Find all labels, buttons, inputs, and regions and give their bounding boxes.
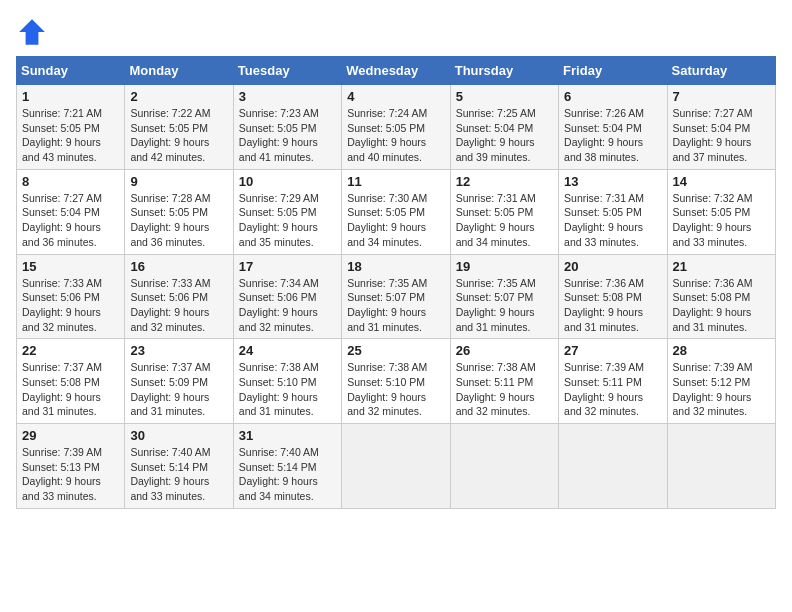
day-number: 2 xyxy=(130,89,227,104)
calendar-cell: 6Sunrise: 7:26 AMSunset: 5:04 PMDaylight… xyxy=(559,85,667,170)
day-number: 21 xyxy=(673,259,770,274)
weekday-header: Wednesday xyxy=(342,57,450,85)
day-number: 30 xyxy=(130,428,227,443)
day-info: Sunrise: 7:35 AMSunset: 5:07 PMDaylight:… xyxy=(456,276,553,335)
day-info: Sunrise: 7:40 AMSunset: 5:14 PMDaylight:… xyxy=(239,445,336,504)
day-number: 18 xyxy=(347,259,444,274)
day-number: 14 xyxy=(673,174,770,189)
day-number: 13 xyxy=(564,174,661,189)
calendar-cell: 21Sunrise: 7:36 AMSunset: 5:08 PMDayligh… xyxy=(667,254,775,339)
day-number: 6 xyxy=(564,89,661,104)
calendar-cell: 25Sunrise: 7:38 AMSunset: 5:10 PMDayligh… xyxy=(342,339,450,424)
day-info: Sunrise: 7:32 AMSunset: 5:05 PMDaylight:… xyxy=(673,191,770,250)
calendar-cell xyxy=(667,424,775,509)
day-number: 16 xyxy=(130,259,227,274)
day-number: 20 xyxy=(564,259,661,274)
calendar-week-row: 1Sunrise: 7:21 AMSunset: 5:05 PMDaylight… xyxy=(17,85,776,170)
day-info: Sunrise: 7:38 AMSunset: 5:10 PMDaylight:… xyxy=(347,360,444,419)
calendar-cell: 5Sunrise: 7:25 AMSunset: 5:04 PMDaylight… xyxy=(450,85,558,170)
day-info: Sunrise: 7:37 AMSunset: 5:08 PMDaylight:… xyxy=(22,360,119,419)
day-info: Sunrise: 7:29 AMSunset: 5:05 PMDaylight:… xyxy=(239,191,336,250)
day-number: 11 xyxy=(347,174,444,189)
day-info: Sunrise: 7:33 AMSunset: 5:06 PMDaylight:… xyxy=(22,276,119,335)
day-info: Sunrise: 7:22 AMSunset: 5:05 PMDaylight:… xyxy=(130,106,227,165)
calendar-cell: 31Sunrise: 7:40 AMSunset: 5:14 PMDayligh… xyxy=(233,424,341,509)
day-info: Sunrise: 7:37 AMSunset: 5:09 PMDaylight:… xyxy=(130,360,227,419)
day-number: 24 xyxy=(239,343,336,358)
svg-marker-0 xyxy=(19,19,45,45)
weekday-header: Sunday xyxy=(17,57,125,85)
day-info: Sunrise: 7:35 AMSunset: 5:07 PMDaylight:… xyxy=(347,276,444,335)
calendar-cell: 27Sunrise: 7:39 AMSunset: 5:11 PMDayligh… xyxy=(559,339,667,424)
day-info: Sunrise: 7:21 AMSunset: 5:05 PMDaylight:… xyxy=(22,106,119,165)
day-info: Sunrise: 7:33 AMSunset: 5:06 PMDaylight:… xyxy=(130,276,227,335)
day-number: 31 xyxy=(239,428,336,443)
calendar-cell: 8Sunrise: 7:27 AMSunset: 5:04 PMDaylight… xyxy=(17,169,125,254)
day-info: Sunrise: 7:27 AMSunset: 5:04 PMDaylight:… xyxy=(22,191,119,250)
calendar-cell: 13Sunrise: 7:31 AMSunset: 5:05 PMDayligh… xyxy=(559,169,667,254)
day-info: Sunrise: 7:24 AMSunset: 5:05 PMDaylight:… xyxy=(347,106,444,165)
calendar-cell: 14Sunrise: 7:32 AMSunset: 5:05 PMDayligh… xyxy=(667,169,775,254)
day-number: 7 xyxy=(673,89,770,104)
day-number: 28 xyxy=(673,343,770,358)
calendar-cell: 28Sunrise: 7:39 AMSunset: 5:12 PMDayligh… xyxy=(667,339,775,424)
day-info: Sunrise: 7:28 AMSunset: 5:05 PMDaylight:… xyxy=(130,191,227,250)
weekday-header: Monday xyxy=(125,57,233,85)
calendar-cell: 10Sunrise: 7:29 AMSunset: 5:05 PMDayligh… xyxy=(233,169,341,254)
day-number: 5 xyxy=(456,89,553,104)
day-info: Sunrise: 7:26 AMSunset: 5:04 PMDaylight:… xyxy=(564,106,661,165)
day-number: 15 xyxy=(22,259,119,274)
day-info: Sunrise: 7:25 AMSunset: 5:04 PMDaylight:… xyxy=(456,106,553,165)
day-number: 23 xyxy=(130,343,227,358)
calendar-cell: 11Sunrise: 7:30 AMSunset: 5:05 PMDayligh… xyxy=(342,169,450,254)
weekday-header: Tuesday xyxy=(233,57,341,85)
calendar-cell: 9Sunrise: 7:28 AMSunset: 5:05 PMDaylight… xyxy=(125,169,233,254)
calendar-cell: 22Sunrise: 7:37 AMSunset: 5:08 PMDayligh… xyxy=(17,339,125,424)
calendar-cell: 15Sunrise: 7:33 AMSunset: 5:06 PMDayligh… xyxy=(17,254,125,339)
day-info: Sunrise: 7:36 AMSunset: 5:08 PMDaylight:… xyxy=(673,276,770,335)
day-number: 29 xyxy=(22,428,119,443)
calendar-table: SundayMondayTuesdayWednesdayThursdayFrid… xyxy=(16,56,776,509)
day-info: Sunrise: 7:38 AMSunset: 5:10 PMDaylight:… xyxy=(239,360,336,419)
day-info: Sunrise: 7:27 AMSunset: 5:04 PMDaylight:… xyxy=(673,106,770,165)
day-info: Sunrise: 7:30 AMSunset: 5:05 PMDaylight:… xyxy=(347,191,444,250)
day-number: 10 xyxy=(239,174,336,189)
day-number: 25 xyxy=(347,343,444,358)
calendar-week-row: 22Sunrise: 7:37 AMSunset: 5:08 PMDayligh… xyxy=(17,339,776,424)
day-number: 1 xyxy=(22,89,119,104)
calendar-cell xyxy=(450,424,558,509)
day-number: 27 xyxy=(564,343,661,358)
day-info: Sunrise: 7:39 AMSunset: 5:13 PMDaylight:… xyxy=(22,445,119,504)
day-number: 3 xyxy=(239,89,336,104)
calendar-cell: 23Sunrise: 7:37 AMSunset: 5:09 PMDayligh… xyxy=(125,339,233,424)
calendar-cell: 17Sunrise: 7:34 AMSunset: 5:06 PMDayligh… xyxy=(233,254,341,339)
day-info: Sunrise: 7:39 AMSunset: 5:11 PMDaylight:… xyxy=(564,360,661,419)
calendar-cell: 26Sunrise: 7:38 AMSunset: 5:11 PMDayligh… xyxy=(450,339,558,424)
day-info: Sunrise: 7:34 AMSunset: 5:06 PMDaylight:… xyxy=(239,276,336,335)
day-info: Sunrise: 7:39 AMSunset: 5:12 PMDaylight:… xyxy=(673,360,770,419)
day-number: 22 xyxy=(22,343,119,358)
day-number: 9 xyxy=(130,174,227,189)
calendar-cell: 18Sunrise: 7:35 AMSunset: 5:07 PMDayligh… xyxy=(342,254,450,339)
day-number: 8 xyxy=(22,174,119,189)
logo-icon xyxy=(16,16,48,48)
day-info: Sunrise: 7:38 AMSunset: 5:11 PMDaylight:… xyxy=(456,360,553,419)
calendar-cell: 4Sunrise: 7:24 AMSunset: 5:05 PMDaylight… xyxy=(342,85,450,170)
day-info: Sunrise: 7:31 AMSunset: 5:05 PMDaylight:… xyxy=(564,191,661,250)
day-info: Sunrise: 7:31 AMSunset: 5:05 PMDaylight:… xyxy=(456,191,553,250)
day-info: Sunrise: 7:23 AMSunset: 5:05 PMDaylight:… xyxy=(239,106,336,165)
day-number: 26 xyxy=(456,343,553,358)
page-header xyxy=(16,16,776,48)
calendar-cell: 20Sunrise: 7:36 AMSunset: 5:08 PMDayligh… xyxy=(559,254,667,339)
calendar-cell: 7Sunrise: 7:27 AMSunset: 5:04 PMDaylight… xyxy=(667,85,775,170)
calendar-cell xyxy=(342,424,450,509)
calendar-cell: 19Sunrise: 7:35 AMSunset: 5:07 PMDayligh… xyxy=(450,254,558,339)
calendar-week-row: 8Sunrise: 7:27 AMSunset: 5:04 PMDaylight… xyxy=(17,169,776,254)
calendar-header-row: SundayMondayTuesdayWednesdayThursdayFrid… xyxy=(17,57,776,85)
calendar-cell: 30Sunrise: 7:40 AMSunset: 5:14 PMDayligh… xyxy=(125,424,233,509)
day-number: 12 xyxy=(456,174,553,189)
calendar-week-row: 29Sunrise: 7:39 AMSunset: 5:13 PMDayligh… xyxy=(17,424,776,509)
logo xyxy=(16,16,52,48)
calendar-cell: 12Sunrise: 7:31 AMSunset: 5:05 PMDayligh… xyxy=(450,169,558,254)
calendar-cell: 16Sunrise: 7:33 AMSunset: 5:06 PMDayligh… xyxy=(125,254,233,339)
